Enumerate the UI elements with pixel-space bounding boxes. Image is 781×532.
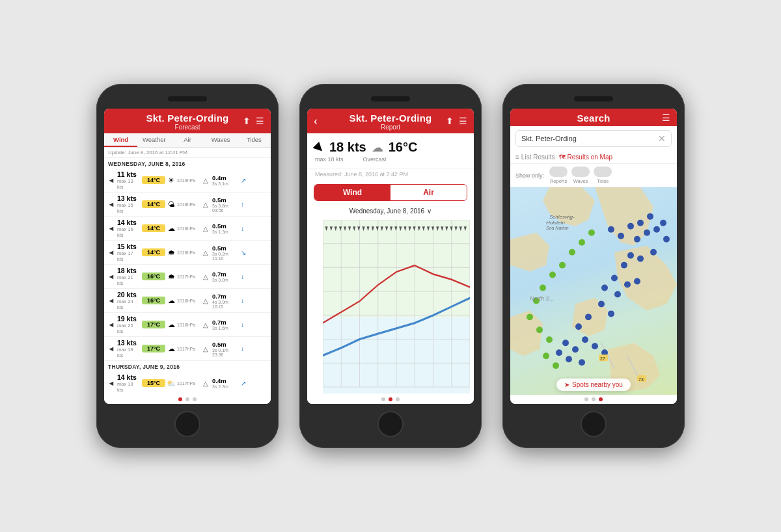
map-results-option[interactable]: 🗺 Results on Map [559,153,612,161]
svg-point-60 [624,282,631,288]
svg-marker-35 [595,187,653,246]
forecast-row-6: ◄ 20 kts max 24 kts 16°C ☁ 1016hPa △ 0.7… [104,289,271,313]
temp-badge: 16°C [142,297,165,304]
phone-1-home-button[interactable] [174,411,200,437]
report-summary: ▶ 18 kts ☁ 16°C max 18 kts Overcast [307,133,474,168]
svg-point-72 [566,356,572,362]
report-measured: Measured: June 8, 2016 at 2:42 PM [307,168,474,180]
dot-1 [178,397,182,401]
phone-1-speaker [168,96,207,101]
pressure: 1016hPa [177,323,202,327]
phone-1-title: Skt. Peter-Ording [146,113,229,124]
wave-sub: 3s 0.2m 11:10 [212,252,240,261]
phone-1-subtitle: Forecast [175,124,200,131]
phone-2-subtitle: Report [381,124,400,131]
tides-toggle[interactable] [594,166,612,177]
svg-point-56 [621,262,627,269]
weather-icon: ☁ [167,345,176,353]
phone-2: ‹ Skt. Peter-Ording Report ⬆ ☰ ▶ 18 kts … [299,84,482,448]
svg-marker-36 [510,233,549,272]
wind-max: max 21 kts [117,274,141,286]
svg-point-70 [562,339,569,346]
list-results-option[interactable]: ≡ List Results [515,153,555,161]
weather-condition: Overcast [363,156,387,163]
wave-info: 0.5m 3s 1.3m [212,222,240,234]
svg-point-84 [543,352,549,359]
share-icon-2[interactable]: ⬆ [446,116,454,126]
phone-3-title: Search [577,113,610,124]
filter-waves: Waves [571,166,590,184]
back-button[interactable]: ‹ [314,114,318,128]
list-results-label: List Results [521,153,555,161]
filter-toggles: Reports Waves Tides [549,166,612,184]
dot-2-1 [381,397,385,401]
pressure: 1019hPa [177,178,202,183]
tab-tides[interactable]: Tides [238,133,271,147]
tab-air[interactable]: Air [171,133,204,147]
phone-3-home-button[interactable] [581,411,607,437]
search-clear-button[interactable]: ✕ [653,131,671,146]
svg-text:27: 27 [600,356,605,361]
wave-sub: 3s 3.1m [212,181,240,186]
menu-icon-2[interactable]: ☰ [459,116,467,126]
weather-icon: 🌧 [167,273,176,280]
pressure: 1018hPa [177,250,202,255]
map-container[interactable]: Schleswig- Holstein Sea Nation North S..… [510,187,677,395]
spots-nearby-button[interactable]: ➤ Spots nearby you [556,379,631,391]
pressure: 1018hPa [177,226,202,231]
tab-waves[interactable]: Waves [204,133,238,147]
forecast-tabs: Wind Weather Air Waves Tides [104,133,271,148]
svg-point-65 [575,323,582,330]
wave-height: 0.5m [212,196,240,204]
weather-icon: ⛅ [167,379,176,388]
svg-text:Holstein: Holstein [546,220,565,226]
report-tabs: Wind Air [314,184,467,201]
svg-point-83 [546,336,553,343]
tab-wind-report[interactable]: Wind [314,185,390,200]
svg-point-74 [588,230,595,236]
menu-icon-3[interactable]: ☰ [662,113,670,123]
tab-air-report[interactable]: Air [390,185,467,200]
wind-direction-arrow: ◄ [107,176,116,185]
svg-point-57 [611,275,618,282]
phone-2-bottom [307,408,474,440]
phone-1: Skt. Peter-Ording Forecast ⬆ ☰ Wind Weat… [96,84,279,448]
wind-speed: 13 kts [117,339,141,347]
tab-weather[interactable]: Weather [137,133,171,147]
wave-arrow: △ [203,273,211,280]
wave-sub: 3s 0.1m 23:30 [212,348,240,357]
phone-3-bottom [510,408,677,440]
waves-toggle[interactable] [571,166,590,177]
search-bar[interactable]: ✕ [515,130,672,147]
phone-2-speaker [371,96,410,101]
reports-toggle[interactable] [549,166,568,177]
temp-badge: 14°C [142,224,165,232]
wind-chart-svg: ▼▼▼▼▼▼▼▼▼▼▼▼▼▼▼▼▼▼▼▼▼▼▼▼▼▼▼▼▼▼▼ 28 22 16… [323,220,470,393]
wave-info: 0.4m 3s 3.1m [212,174,240,186]
svg-text:Schleswig-: Schleswig- [549,214,575,220]
wave-height: 0.7m [212,293,240,300]
svg-point-77 [559,262,566,269]
temp-badge: 14°C [142,200,165,208]
svg-point-53 [650,249,657,256]
filter-reports: Reports [549,166,568,184]
svg-point-81 [527,313,533,320]
wind-direction-icon: ▶ [311,139,327,155]
wind-info: 20 kts max 24 kts [117,291,141,310]
share-icon[interactable]: ⬆ [243,116,251,126]
search-input[interactable] [516,131,653,146]
menu-icon[interactable]: ☰ [256,116,264,126]
wave-sub: 3s 2.3m [212,384,240,389]
wave-sub: 3s 1.3m [212,230,240,234]
phone-1-header-actions: ⬆ ☰ [243,116,264,126]
tab-wind[interactable]: Wind [104,133,137,147]
wind-info: 15 kts max 17 kts [117,243,141,262]
wave-arrow: △ [203,225,211,232]
pressure: 1016hPa [177,299,202,303]
svg-marker-39 [510,310,543,356]
swell-arrow: ↓ [241,345,249,352]
day2-header: THURSDAY, JUNE 9, 2016 [104,361,271,371]
chevron-down-icon: ∨ [427,207,432,215]
phone-2-home-button[interactable] [377,411,404,437]
wind-direction-arrow: ◄ [107,200,116,209]
